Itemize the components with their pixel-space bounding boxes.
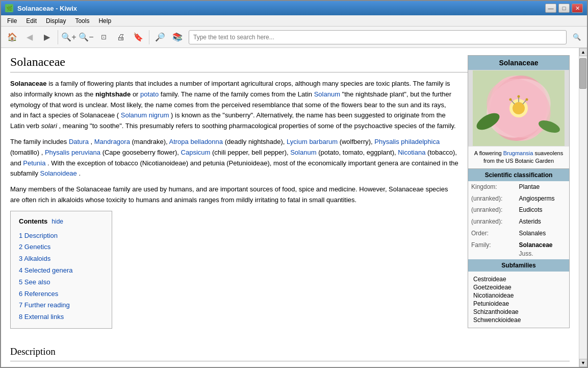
table-row: Kingdom: Plantae (468, 181, 569, 193)
toc-item-1: 1 Description (19, 230, 104, 242)
toc-link-4[interactable]: 4 Selected genera (19, 266, 73, 274)
bold-solanaceae: Solanaceae (10, 80, 47, 87)
toc-link-8[interactable]: 8 External links (19, 313, 64, 321)
search-input[interactable] (189, 30, 567, 44)
intro-text-2: family. The name of the family comes fro… (161, 90, 314, 98)
find-button[interactable]: 🔎 (152, 29, 168, 45)
table-row: Family: SolanaceaeJuss. (468, 239, 569, 260)
flower-illustration (473, 70, 565, 146)
toc-hide-button[interactable]: hide (52, 217, 63, 227)
row-value: Eudicots (516, 204, 569, 216)
minimize-button[interactable]: — (545, 4, 556, 13)
atropa-link[interactable]: Atropa belladonna (169, 138, 223, 145)
zoom-in-button[interactable]: 🔍+ (61, 29, 77, 45)
row-value: Angiosperms (516, 193, 569, 205)
toc-link-7[interactable]: 7 Further reading (19, 301, 70, 309)
zoom-out-button[interactable]: 🔍− (78, 29, 94, 45)
cape-text: (Cape gooseberry flower), (103, 149, 181, 156)
petunia-link[interactable]: Petunia (23, 159, 45, 167)
deadly-text: (deadly nightshade), (225, 138, 287, 145)
sci-classification-title: Scientific classification (468, 169, 569, 181)
titlebar-controls: — □ ✕ (545, 4, 583, 13)
svg-point-12 (526, 99, 528, 101)
intro-text-5: , meaning "to soothe". This presumably r… (59, 122, 455, 130)
toolbar-separator-1 (58, 30, 58, 44)
menu-edit[interactable]: Edit (22, 16, 41, 26)
list-item: Schizanthoideae (473, 308, 564, 315)
scroll-track[interactable] (579, 56, 587, 359)
close-button[interactable]: ✕ (572, 4, 583, 13)
solanum-link[interactable]: Solanum (314, 90, 340, 98)
article-content: Solanaceae (1, 48, 579, 367)
titlebar-left: 🌿 Solanaceae - Kiwix (5, 4, 77, 12)
potato-link[interactable]: potato (140, 90, 159, 98)
subfamilies-list: Cestroideae Goetzeoideae Nicotianoideae … (468, 272, 569, 328)
library-button[interactable]: 📚 (169, 29, 186, 45)
menu-file[interactable]: File (3, 16, 21, 26)
toc-link-2[interactable]: 2 Genetics (19, 243, 50, 251)
svg-point-10 (509, 99, 512, 101)
classification-table: Kingdom: Plantae (unranked): Angiosperms… (468, 181, 569, 260)
row-value: SolanaceaeJuss. (516, 239, 569, 260)
content-area: Solanaceae (1, 48, 587, 367)
home-button[interactable]: 🏠 (4, 29, 20, 45)
row-label: (unranked): (468, 204, 516, 216)
scroll-thumb[interactable] (579, 58, 586, 89)
forward-button[interactable]: ▶ (39, 29, 55, 45)
description-heading: Description (10, 344, 570, 361)
menu-display[interactable]: Display (42, 16, 70, 26)
window-title: Solanaceae - Kiwix (17, 5, 77, 12)
maximize-button[interactable]: □ (558, 4, 570, 13)
row-value: Asterids (516, 216, 569, 228)
toc-link-3[interactable]: 3 Alkaloids (19, 255, 50, 262)
zoom-reset-button[interactable]: ⊡ (95, 29, 112, 45)
toc-link-5[interactable]: 5 See also (19, 278, 50, 286)
toc-link-1[interactable]: 1 Description (19, 232, 58, 239)
brugmansia-link[interactable]: Brugmansia (503, 150, 533, 156)
capsicum-link[interactable]: Capsicum (181, 149, 211, 156)
physalis2-link[interactable]: Physalis peruviana (45, 149, 100, 156)
solanum2-link[interactable]: Solanum (290, 149, 316, 156)
toc-item-6: 6 References (19, 288, 104, 300)
menubar: File Edit Display Tools Help (1, 15, 587, 27)
menu-help[interactable]: Help (94, 16, 115, 26)
solanoideae-link[interactable]: Solanoideae (40, 169, 77, 177)
svg-point-8 (518, 95, 520, 98)
toc-link-6[interactable]: 6 References (19, 290, 58, 298)
bookmark-button[interactable]: 🔖 (130, 29, 146, 45)
scroll-down-button[interactable]: ▼ (579, 359, 587, 367)
toc-item-2: 2 Genetics (19, 241, 104, 253)
print-button[interactable]: 🖨 (113, 29, 129, 45)
list-item: Goetzeoideae (473, 284, 564, 291)
table-row: (unranked): Asterids (468, 216, 569, 228)
lycium-link[interactable]: Lycium barbarum (287, 138, 338, 145)
potato-tomato-text: (potato, tomato, eggplant), (318, 149, 398, 156)
toc-item-7: 7 Further reading (19, 300, 104, 311)
datura-link[interactable]: Datura (69, 138, 89, 145)
nicotiana-link[interactable]: Nicotiana (398, 149, 425, 156)
physalis-link[interactable]: Physalis philadelphica (374, 138, 440, 145)
scroll-up-button[interactable]: ▲ (579, 48, 587, 56)
toolbar-separator-2 (149, 30, 149, 44)
intro-p2b: . With the exception of tobacco (Nicotia… (10, 159, 458, 178)
solanum-nigrum-link[interactable]: Solanum nigrum (121, 111, 169, 119)
table-row: Order: Solanales (468, 228, 569, 239)
subfamilies-title: Subfamilies (468, 259, 569, 272)
row-label: (unranked): (468, 193, 516, 205)
back-button[interactable]: ◀ (21, 29, 38, 45)
search-submit-icon[interactable]: 🔍 (570, 30, 584, 44)
mandragora-link[interactable]: Mandragora (94, 138, 130, 145)
toc-item-4: 4 Selected genera (19, 265, 104, 277)
row-value: Solanales (516, 228, 569, 239)
description-paragraph-1: Solanaceae plants may take the form of h… (10, 365, 570, 367)
list-item: Cestroideae (473, 276, 564, 283)
wolfberry-text: (wolfberry), (340, 138, 375, 145)
bold-nightshade: nightshade (95, 90, 131, 98)
row-label: Kingdom: (468, 181, 516, 193)
scrollbar: ▲ ▼ (579, 48, 587, 367)
menu-tools[interactable]: Tools (71, 16, 93, 26)
titlebar: 🌿 Solanaceae - Kiwix — □ ✕ (1, 1, 587, 15)
caption-text: A flowering (474, 150, 503, 156)
main-window: 🌿 Solanaceae - Kiwix — □ ✕ File Edit Dis… (0, 0, 588, 368)
toc-item-3: 3 Alkaloids (19, 253, 104, 265)
